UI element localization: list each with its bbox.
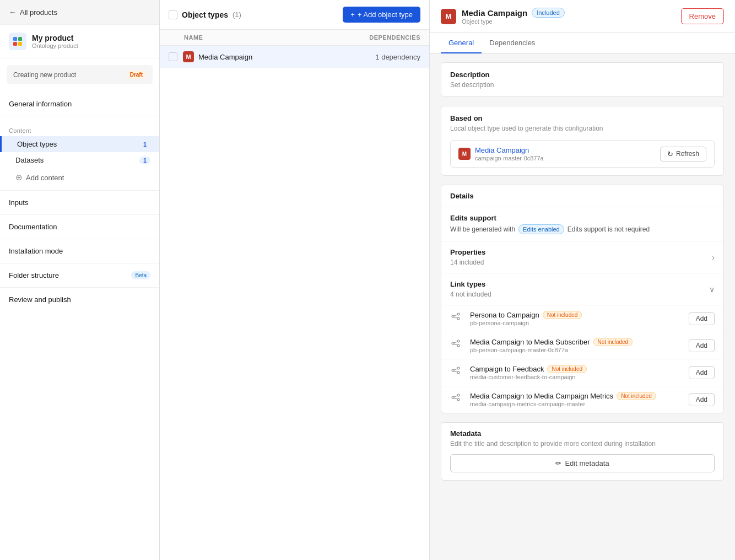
refresh-label: Refresh: [676, 150, 699, 158]
properties-title: Properties: [450, 248, 485, 256]
sidebar-item-datasets[interactable]: Datasets 1: [0, 152, 159, 168]
link-type-row-3: Media Campaign to Media Campaign Metrics…: [450, 392, 656, 407]
select-all-checkbox[interactable]: [169, 10, 177, 19]
svg-line-22: [454, 396, 457, 397]
svg-rect-2: [13, 42, 17, 46]
sidebar-item-inputs[interactable]: Inputs: [0, 194, 159, 211]
nav-divider-4: [0, 239, 159, 239]
content-section-label: Content: [0, 120, 159, 136]
refresh-icon: ↻: [667, 150, 673, 158]
table-header: Object types (1) + + Add object type: [160, 0, 429, 30]
link-types-header-left: Link types 4 not included: [450, 280, 491, 298]
right-subtitle: Object type: [462, 18, 565, 25]
sidebar-item-review-publish[interactable]: Review and publish: [0, 291, 159, 308]
back-arrow-icon: ←: [9, 8, 17, 17]
add-link-button-3[interactable]: Add: [689, 393, 715, 406]
link-types-title: Link types: [450, 280, 491, 288]
right-title: Media Campaign: [462, 8, 527, 18]
back-button[interactable]: ← All products: [0, 0, 159, 25]
right-panel: M Media Campaign Included Object type Re…: [430, 0, 735, 560]
svg-line-23: [454, 398, 457, 399]
product-subtitle: Ontology product: [32, 42, 78, 49]
based-on-title: Based on: [441, 106, 723, 125]
svg-point-10: [457, 340, 460, 342]
properties-count: 14 included: [450, 259, 485, 266]
svg-rect-1: [18, 37, 22, 41]
refresh-button[interactable]: ↻ Refresh: [660, 147, 706, 161]
edits-enabled-badge: Edits enabled: [518, 224, 564, 234]
link-types-count: 4 not included: [450, 290, 491, 298]
based-on-info: Media Campaign campaign-master-0c877a: [475, 146, 544, 161]
set-description-link[interactable]: Set description: [441, 81, 723, 96]
link-item-name-row-3: Media Campaign to Media Campaign Metrics…: [470, 392, 656, 400]
link-item-info-2: Campaign to Feedback Not included media-…: [470, 365, 587, 380]
nav-divider: [0, 116, 159, 116]
right-header-left: M Media Campaign Included Object type: [441, 8, 565, 25]
edits-support-row: Edits support Will be generated with Edi…: [441, 207, 723, 241]
right-header: M Media Campaign Included Object type Re…: [430, 0, 735, 33]
svg-line-7: [454, 315, 457, 316]
properties-row[interactable]: Properties 14 included ›: [441, 241, 723, 273]
svg-point-4: [452, 315, 454, 317]
sidebar-item-folder-structure[interactable]: Folder structure Beta: [0, 267, 159, 284]
svg-point-11: [457, 344, 460, 347]
sidebar-item-installation-mode[interactable]: Installation mode: [0, 243, 159, 260]
row-checkbox[interactable]: [169, 52, 177, 61]
add-link-button-0[interactable]: Add: [689, 312, 715, 325]
tab-general[interactable]: General: [441, 33, 482, 53]
link-item-info-1: Media Campaign to Media Subscriber Not i…: [470, 338, 633, 353]
table-row[interactable]: M Media Campaign 1 dependency: [160, 46, 429, 68]
link-item-name-row-2: Campaign to Feedback Not included: [470, 365, 587, 373]
not-included-badge-1: Not included: [593, 338, 633, 346]
add-link-button-2[interactable]: Add: [689, 366, 715, 379]
not-included-badge-0: Not included: [543, 311, 582, 319]
link-icon-2: [450, 365, 461, 376]
datasets-label: Datasets: [15, 156, 44, 164]
link-item-name-2: Campaign to Feedback: [470, 365, 544, 373]
link-type-row-2: Campaign to Feedback Not included media-…: [450, 365, 587, 380]
svg-point-16: [457, 371, 460, 374]
svg-point-14: [452, 369, 454, 371]
link-item-name-3: Media Campaign to Media Campaign Metrics: [470, 392, 613, 400]
link-item-name-row-1: Media Campaign to Media Subscriber Not i…: [470, 338, 633, 346]
edit-metadata-button[interactable]: ✏ Edit metadata: [450, 454, 715, 472]
link-item-id-3: media-campaign-metrics-campaign-master: [470, 401, 656, 407]
edits-support-suffix: Edits support is not required: [568, 225, 650, 233]
add-link-button-1[interactable]: Add: [689, 339, 715, 352]
product-header: My product Ontology product: [0, 25, 159, 58]
sidebar-nav: General information Content Object types…: [0, 91, 159, 560]
tab-dependencies[interactable]: Dependencies: [482, 33, 543, 53]
object-types-badge: 1: [139, 141, 150, 148]
svg-line-13: [454, 344, 457, 345]
add-object-type-button[interactable]: + + Add object type: [343, 7, 420, 23]
add-content-button[interactable]: ⊕ Add content: [0, 168, 159, 187]
tabs-row: General Dependencies: [430, 33, 735, 53]
properties-expand[interactable]: Properties 14 included ›: [450, 248, 715, 266]
sidebar-item-documentation[interactable]: Documentation: [0, 218, 159, 235]
included-badge: Included: [532, 8, 565, 18]
remove-button[interactable]: Remove: [681, 8, 724, 24]
documentation-label: Documentation: [9, 223, 57, 231]
object-type-icon: M: [441, 9, 456, 24]
svg-point-9: [452, 342, 454, 344]
chevron-right-icon: ›: [712, 253, 715, 262]
nav-divider-2: [0, 190, 159, 191]
row-dependencies: 1 dependency: [375, 53, 420, 61]
link-item-name-row-0: Persona to Campaign Not included: [470, 311, 582, 319]
link-types-header[interactable]: Link types 4 not included ∨: [441, 273, 723, 305]
svg-rect-3: [18, 42, 22, 46]
draft-badge: Draft: [127, 71, 146, 79]
datasets-badge: 1: [139, 157, 150, 164]
sidebar-item-object-types[interactable]: Object types 1: [0, 136, 159, 152]
edit-metadata-label: Edit metadata: [565, 459, 609, 467]
pencil-icon: ✏: [555, 459, 561, 467]
general-info-label: General information: [9, 100, 72, 108]
link-type-row-1: Media Campaign to Media Subscriber Not i…: [450, 338, 633, 353]
link-type-item-2: Campaign to Feedback Not included media-…: [441, 359, 723, 386]
link-item-name-1: Media Campaign to Media Subscriber: [470, 338, 590, 346]
based-on-name[interactable]: Media Campaign: [475, 146, 544, 154]
details-title: Details: [441, 185, 723, 207]
sidebar-item-general-info[interactable]: General information: [0, 95, 159, 112]
based-on-section: Based on Local object type used to gener…: [441, 106, 724, 176]
dependencies-column-header: DEPENDENCIES: [369, 34, 420, 41]
